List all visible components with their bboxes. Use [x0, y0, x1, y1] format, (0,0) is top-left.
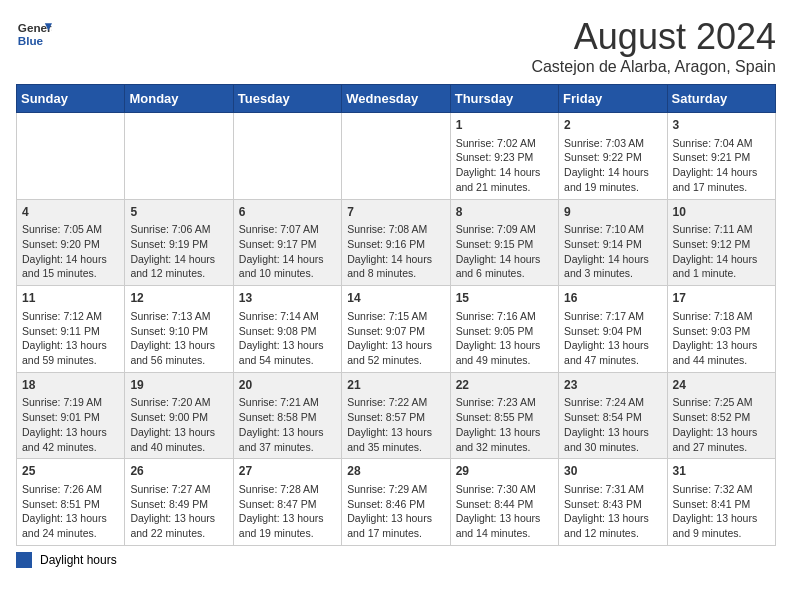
day-info: Sunrise: 7:30 AM Sunset: 8:44 PM Dayligh… [456, 482, 553, 541]
day-header-saturday: Saturday [667, 85, 775, 113]
day-number: 20 [239, 377, 336, 394]
svg-text:Blue: Blue [18, 34, 44, 47]
day-number: 7 [347, 204, 444, 221]
day-info: Sunrise: 7:08 AM Sunset: 9:16 PM Dayligh… [347, 222, 444, 281]
day-info: Sunrise: 7:22 AM Sunset: 8:57 PM Dayligh… [347, 395, 444, 454]
calendar-cell: 23Sunrise: 7:24 AM Sunset: 8:54 PM Dayli… [559, 372, 667, 459]
calendar-cell: 17Sunrise: 7:18 AM Sunset: 9:03 PM Dayli… [667, 286, 775, 373]
day-info: Sunrise: 7:24 AM Sunset: 8:54 PM Dayligh… [564, 395, 661, 454]
calendar-cell: 10Sunrise: 7:11 AM Sunset: 9:12 PM Dayli… [667, 199, 775, 286]
day-info: Sunrise: 7:31 AM Sunset: 8:43 PM Dayligh… [564, 482, 661, 541]
calendar-cell: 12Sunrise: 7:13 AM Sunset: 9:10 PM Dayli… [125, 286, 233, 373]
calendar-cell: 24Sunrise: 7:25 AM Sunset: 8:52 PM Dayli… [667, 372, 775, 459]
subtitle: Castejon de Alarba, Aragon, Spain [531, 58, 776, 76]
title-section: August 2024 Castejon de Alarba, Aragon, … [531, 16, 776, 76]
day-info: Sunrise: 7:02 AM Sunset: 9:23 PM Dayligh… [456, 136, 553, 195]
day-info: Sunrise: 7:28 AM Sunset: 8:47 PM Dayligh… [239, 482, 336, 541]
day-number: 22 [456, 377, 553, 394]
logo: General Blue [16, 16, 52, 52]
day-info: Sunrise: 7:16 AM Sunset: 9:05 PM Dayligh… [456, 309, 553, 368]
calendar-cell: 28Sunrise: 7:29 AM Sunset: 8:46 PM Dayli… [342, 459, 450, 546]
footer: Daylight hours [16, 552, 776, 568]
day-info: Sunrise: 7:12 AM Sunset: 9:11 PM Dayligh… [22, 309, 119, 368]
day-info: Sunrise: 7:20 AM Sunset: 9:00 PM Dayligh… [130, 395, 227, 454]
calendar-cell [125, 113, 233, 200]
day-number: 5 [130, 204, 227, 221]
calendar-cell: 25Sunrise: 7:26 AM Sunset: 8:51 PM Dayli… [17, 459, 125, 546]
day-header-friday: Friday [559, 85, 667, 113]
week-row-1: 1Sunrise: 7:02 AM Sunset: 9:23 PM Daylig… [17, 113, 776, 200]
calendar-cell: 13Sunrise: 7:14 AM Sunset: 9:08 PM Dayli… [233, 286, 341, 373]
svg-text:General: General [18, 21, 52, 34]
day-number: 1 [456, 117, 553, 134]
day-info: Sunrise: 7:32 AM Sunset: 8:41 PM Dayligh… [673, 482, 770, 541]
day-info: Sunrise: 7:21 AM Sunset: 8:58 PM Dayligh… [239, 395, 336, 454]
calendar-cell: 26Sunrise: 7:27 AM Sunset: 8:49 PM Dayli… [125, 459, 233, 546]
calendar-cell: 2Sunrise: 7:03 AM Sunset: 9:22 PM Daylig… [559, 113, 667, 200]
day-header-wednesday: Wednesday [342, 85, 450, 113]
week-row-4: 18Sunrise: 7:19 AM Sunset: 9:01 PM Dayli… [17, 372, 776, 459]
day-number: 18 [22, 377, 119, 394]
calendar-cell: 27Sunrise: 7:28 AM Sunset: 8:47 PM Dayli… [233, 459, 341, 546]
calendar-cell: 7Sunrise: 7:08 AM Sunset: 9:16 PM Daylig… [342, 199, 450, 286]
calendar-cell: 4Sunrise: 7:05 AM Sunset: 9:20 PM Daylig… [17, 199, 125, 286]
calendar-cell: 5Sunrise: 7:06 AM Sunset: 9:19 PM Daylig… [125, 199, 233, 286]
day-info: Sunrise: 7:10 AM Sunset: 9:14 PM Dayligh… [564, 222, 661, 281]
day-number: 24 [673, 377, 770, 394]
day-info: Sunrise: 7:17 AM Sunset: 9:04 PM Dayligh… [564, 309, 661, 368]
calendar-cell [17, 113, 125, 200]
day-number: 13 [239, 290, 336, 307]
calendar-cell: 11Sunrise: 7:12 AM Sunset: 9:11 PM Dayli… [17, 286, 125, 373]
day-number: 15 [456, 290, 553, 307]
calendar-table: SundayMondayTuesdayWednesdayThursdayFrid… [16, 84, 776, 546]
calendar-cell: 21Sunrise: 7:22 AM Sunset: 8:57 PM Dayli… [342, 372, 450, 459]
calendar-cell: 16Sunrise: 7:17 AM Sunset: 9:04 PM Dayli… [559, 286, 667, 373]
calendar-cell [342, 113, 450, 200]
calendar-cell: 31Sunrise: 7:32 AM Sunset: 8:41 PM Dayli… [667, 459, 775, 546]
day-info: Sunrise: 7:03 AM Sunset: 9:22 PM Dayligh… [564, 136, 661, 195]
calendar-cell: 14Sunrise: 7:15 AM Sunset: 9:07 PM Dayli… [342, 286, 450, 373]
day-number: 19 [130, 377, 227, 394]
day-number: 21 [347, 377, 444, 394]
day-header-tuesday: Tuesday [233, 85, 341, 113]
day-number: 4 [22, 204, 119, 221]
day-info: Sunrise: 7:18 AM Sunset: 9:03 PM Dayligh… [673, 309, 770, 368]
day-info: Sunrise: 7:29 AM Sunset: 8:46 PM Dayligh… [347, 482, 444, 541]
day-number: 2 [564, 117, 661, 134]
calendar-cell: 22Sunrise: 7:23 AM Sunset: 8:55 PM Dayli… [450, 372, 558, 459]
day-number: 11 [22, 290, 119, 307]
calendar-cell: 3Sunrise: 7:04 AM Sunset: 9:21 PM Daylig… [667, 113, 775, 200]
day-number: 9 [564, 204, 661, 221]
day-info: Sunrise: 7:05 AM Sunset: 9:20 PM Dayligh… [22, 222, 119, 281]
calendar-cell: 30Sunrise: 7:31 AM Sunset: 8:43 PM Dayli… [559, 459, 667, 546]
day-info: Sunrise: 7:27 AM Sunset: 8:49 PM Dayligh… [130, 482, 227, 541]
day-number: 25 [22, 463, 119, 480]
calendar-cell: 19Sunrise: 7:20 AM Sunset: 9:00 PM Dayli… [125, 372, 233, 459]
calendar-cell: 18Sunrise: 7:19 AM Sunset: 9:01 PM Dayli… [17, 372, 125, 459]
logo-icon: General Blue [16, 16, 52, 52]
calendar-cell: 20Sunrise: 7:21 AM Sunset: 8:58 PM Dayli… [233, 372, 341, 459]
day-number: 29 [456, 463, 553, 480]
day-info: Sunrise: 7:11 AM Sunset: 9:12 PM Dayligh… [673, 222, 770, 281]
calendar-cell: 6Sunrise: 7:07 AM Sunset: 9:17 PM Daylig… [233, 199, 341, 286]
day-number: 6 [239, 204, 336, 221]
day-info: Sunrise: 7:04 AM Sunset: 9:21 PM Dayligh… [673, 136, 770, 195]
day-info: Sunrise: 7:09 AM Sunset: 9:15 PM Dayligh… [456, 222, 553, 281]
calendar-cell [233, 113, 341, 200]
day-number: 10 [673, 204, 770, 221]
week-row-5: 25Sunrise: 7:26 AM Sunset: 8:51 PM Dayli… [17, 459, 776, 546]
day-number: 27 [239, 463, 336, 480]
day-info: Sunrise: 7:23 AM Sunset: 8:55 PM Dayligh… [456, 395, 553, 454]
day-info: Sunrise: 7:26 AM Sunset: 8:51 PM Dayligh… [22, 482, 119, 541]
week-row-3: 11Sunrise: 7:12 AM Sunset: 9:11 PM Dayli… [17, 286, 776, 373]
day-info: Sunrise: 7:14 AM Sunset: 9:08 PM Dayligh… [239, 309, 336, 368]
calendar-cell: 8Sunrise: 7:09 AM Sunset: 9:15 PM Daylig… [450, 199, 558, 286]
calendar-cell: 15Sunrise: 7:16 AM Sunset: 9:05 PM Dayli… [450, 286, 558, 373]
day-info: Sunrise: 7:15 AM Sunset: 9:07 PM Dayligh… [347, 309, 444, 368]
day-header-monday: Monday [125, 85, 233, 113]
day-info: Sunrise: 7:13 AM Sunset: 9:10 PM Dayligh… [130, 309, 227, 368]
header: General Blue August 2024 Castejon de Ala… [16, 16, 776, 76]
day-number: 30 [564, 463, 661, 480]
calendar-header: SundayMondayTuesdayWednesdayThursdayFrid… [17, 85, 776, 113]
day-number: 31 [673, 463, 770, 480]
